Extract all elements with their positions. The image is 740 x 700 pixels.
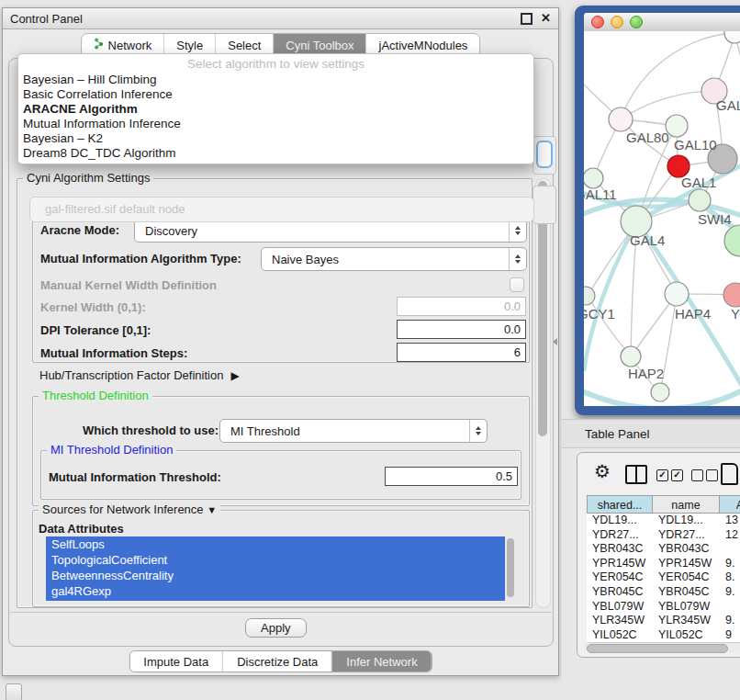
mi-steps-field[interactable]: 6 (397, 343, 526, 362)
bottom-tab-impute-data[interactable]: Impute Data (129, 651, 222, 672)
table-cell[interactable]: YPR145W (653, 557, 720, 571)
manual-kernel-width-label: Manual Kernel Width Definition (40, 278, 217, 292)
minimize-traffic-light[interactable] (611, 16, 623, 28)
network-view-window[interactable]: GALGAL80GAL10GAL1GAL11SWI4GAL4GCY1HAP4YH… (575, 6, 740, 415)
apply-button[interactable]: Apply (245, 618, 307, 638)
data-attribute-item[interactable]: SelfLoops (46, 536, 505, 552)
gear-icon[interactable]: ⚙ (594, 460, 611, 482)
panel-grip-button[interactable] (6, 683, 22, 700)
network-node[interactable] (724, 225, 740, 256)
bottom-tab-infer-network[interactable]: Infer Network (331, 651, 431, 672)
table-cell[interactable]: 13 (720, 514, 740, 528)
kernel-width-field[interactable]: 0.0 (397, 297, 526, 316)
select-all-columns-icon[interactable]: ✓ ✓ (656, 469, 683, 481)
table-cell[interactable]: 12 (720, 528, 740, 543)
algorithm-option[interactable]: Dream8 DC_TDC Algorithm (18, 146, 533, 161)
sources-title-text: Sources for Network Inference (42, 502, 204, 516)
table-row: YBL079WYBL079W (587, 600, 740, 615)
splitter-arrow-icon[interactable] (553, 338, 557, 345)
data-attributes-list[interactable]: SelfLoopsTopologicalCoefficientBetweenne… (46, 536, 505, 601)
list-scrollbar-thumb[interactable] (507, 538, 514, 597)
float-window-icon[interactable] (521, 13, 533, 25)
table-hscrollbar-track[interactable] (585, 642, 740, 653)
network-icon (94, 38, 104, 52)
deselect-all-columns-icon[interactable] (691, 469, 718, 481)
algorithm-option[interactable]: Basic Correlation Inference (18, 87, 533, 102)
column-header-shared-[interactable]: shared... (587, 495, 653, 514)
table-cell[interactable]: YBR045C (587, 585, 653, 600)
table-cell[interactable]: YBR043C (653, 542, 720, 557)
table-cell[interactable]: 9. (720, 585, 740, 600)
zoom-traffic-light[interactable] (630, 16, 643, 28)
table-cell[interactable]: YDL19... (587, 514, 653, 528)
bottom-tab-discretize-data[interactable]: Discretize Data (222, 651, 331, 672)
table-cell[interactable] (720, 542, 740, 557)
network-node-swi4[interactable] (689, 189, 711, 211)
mi-algorithm-type-combobox[interactable]: Naive Bayes (261, 247, 527, 271)
table-cell[interactable]: YPR145W (587, 557, 653, 571)
table-row: YPR145WYPR145W9. (587, 557, 740, 571)
collapse-arrow-icon[interactable]: ▼ (207, 504, 217, 515)
table-cell[interactable]: 9. (720, 557, 740, 571)
data-attribute-item[interactable]: gal4RGexp (46, 583, 505, 599)
table-cell[interactable]: YBL079W (653, 600, 720, 615)
manual-kernel-width-checkbox[interactable] (510, 277, 524, 292)
table-cell[interactable]: YLR345W (653, 614, 720, 628)
network-canvas[interactable]: GALGAL80GAL10GAL1GAL11SWI4GAL4GCY1HAP4YH… (584, 31, 740, 406)
table-cell[interactable]: 9. (720, 614, 740, 628)
data-attribute-item[interactable]: BetweennessCentrality (46, 568, 505, 583)
column-header-a[interactable]: A (720, 495, 740, 514)
dpi-tolerance-field[interactable]: 0.0 (397, 320, 526, 339)
help-button[interactable] (536, 141, 553, 168)
table-cell[interactable]: YER054C (587, 570, 653, 585)
table-cell[interactable]: YIL052C (653, 628, 720, 643)
column-header-name[interactable]: name (653, 495, 720, 514)
table-panel-window: ⚙ ✓ ✓ shared...nameAYDL19...YDL19...13YD… (577, 452, 740, 658)
table-cell[interactable]: 9 (720, 628, 740, 643)
table-cell[interactable]: YLR345W (587, 614, 653, 628)
tab-label: Style (176, 39, 203, 52)
table-cell[interactable]: YBL079W (587, 600, 653, 615)
table-cell[interactable]: YER054C (653, 570, 720, 585)
network-node-y[interactable] (723, 283, 740, 307)
close-traffic-light[interactable] (591, 16, 604, 28)
network-node-gal80[interactable] (609, 107, 633, 131)
node-label: HAP2 (628, 366, 664, 381)
data-attribute-item[interactable]: TopologicalCoefficient (46, 552, 505, 568)
cyni-algorithm-settings-label: Cyni Algorithm Settings (23, 171, 153, 185)
network-node-hap2[interactable] (621, 346, 641, 367)
combo-stepper-icon (469, 420, 487, 442)
network-node[interactable] (724, 31, 740, 43)
table-cell[interactable]: 8. (720, 570, 740, 585)
hub-tf-definition-expander[interactable]: Hub/Transcription Factor Definition ▶ (39, 368, 240, 382)
table-cell[interactable]: YIL052C (587, 628, 653, 643)
table-panel-titlebar: Table Panel (562, 419, 740, 448)
table-cell[interactable]: YBR045C (653, 585, 720, 600)
network-node-hap4[interactable] (665, 282, 689, 306)
table-cell[interactable]: YBR043C (587, 542, 653, 557)
algorithm-option[interactable]: ARACNE Algorithm (18, 102, 533, 117)
data-attributes-label: Data Attributes (39, 522, 124, 536)
network-node-gal11[interactable] (584, 168, 603, 188)
table-hscrollbar-thumb[interactable] (587, 644, 728, 653)
network-node-gcy1[interactable] (584, 287, 595, 305)
algorithm-option[interactable]: Bayesian – K2 (18, 131, 533, 146)
settings-scrollbar-track[interactable] (535, 178, 551, 608)
table-cell[interactable]: YDR27... (587, 528, 653, 543)
table-cell[interactable]: YDL19... (653, 514, 720, 528)
which-threshold-combobox[interactable]: MI Threshold (219, 419, 488, 443)
algorithm-option[interactable]: Mutual Information Inference (18, 117, 533, 131)
control-panel-window: Control Panel ✕ NetworkStyleSelectCyni T… (2, 7, 559, 676)
document-icon[interactable] (721, 463, 738, 485)
algorithm-option[interactable]: Bayesian – Hill Climbing (18, 73, 533, 87)
table-cell[interactable]: YDR27... (653, 528, 720, 543)
close-icon[interactable]: ✕ (541, 14, 551, 23)
network-edge (621, 91, 714, 119)
mi-threshold-field[interactable]: 0.5 (385, 467, 518, 486)
table-cell[interactable] (720, 600, 740, 615)
cyni-algorithm-settings-group: Cyni Algorithm Settings Algorithm Defini… (17, 178, 533, 608)
network-selector-combobox[interactable]: gal-filtered.sif default node (29, 197, 534, 222)
column-layout-icon[interactable] (625, 465, 647, 484)
network-node[interactable] (651, 383, 669, 401)
algorithm-definition-group: Algorithm Definition Aracne Mode: Discov… (32, 205, 530, 363)
